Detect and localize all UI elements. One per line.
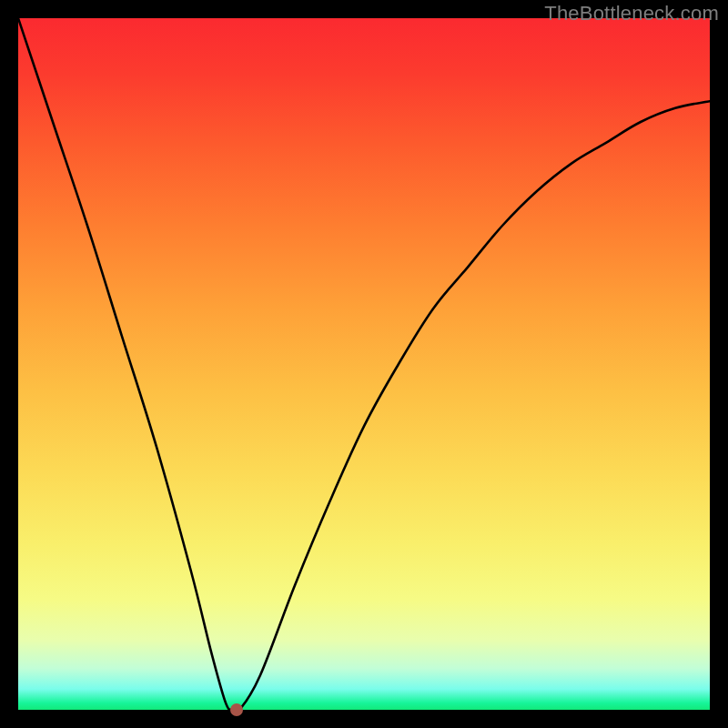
bottleneck-curve	[18, 18, 710, 710]
optimal-point-marker	[230, 703, 243, 716]
